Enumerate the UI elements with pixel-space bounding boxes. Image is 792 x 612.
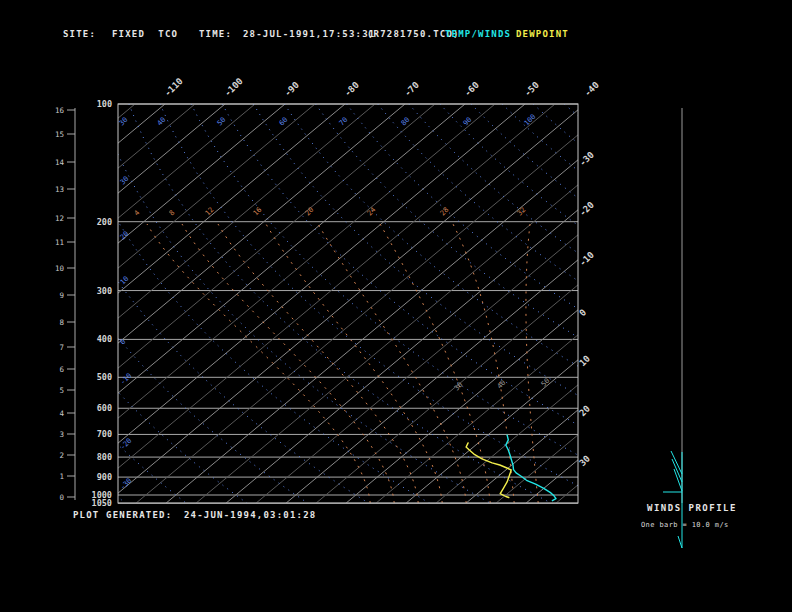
- temp-top-label: -60: [462, 80, 481, 99]
- dry-adiabat: [0, 104, 186, 503]
- moist-adiabat: [526, 224, 538, 503]
- isotherm-line: [0, 104, 45, 503]
- dry-adiabat-top-label: 40: [156, 116, 168, 128]
- dry-adiabat-top-label: 60: [278, 116, 290, 128]
- wind-profile: [663, 108, 682, 548]
- temp-top-label: -90: [282, 80, 301, 99]
- inner-gray-label: 40: [496, 379, 508, 391]
- moist-adiabat-label: 12: [204, 206, 216, 218]
- isotherm-line: [0, 104, 165, 503]
- height-tick-label: 8: [59, 318, 64, 327]
- isotherm-line: [406, 104, 792, 503]
- temp-right-label: 0: [577, 307, 588, 318]
- pressure-tick-label: 900: [97, 472, 112, 482]
- pressure-tick-label: 1050: [92, 498, 112, 508]
- pressure-tick-label: 600: [97, 403, 112, 413]
- isotherm-line: [166, 104, 645, 503]
- inner-gray-label: 30: [453, 381, 465, 393]
- dry-adiabat: [5, 104, 309, 503]
- isotherm-line: [496, 104, 792, 503]
- temp-right-label: 20: [577, 404, 592, 419]
- isotherm-line: [226, 104, 705, 503]
- dry-adiabat-left-label: 20: [119, 230, 131, 242]
- winds-barb-legend: One barb = 10.0 m/s: [641, 521, 729, 529]
- temp-winds-trace: [506, 435, 556, 501]
- isotherm-line: [256, 104, 735, 503]
- pressure-tick-label: 200: [97, 217, 112, 227]
- isotherm-line: [316, 104, 792, 503]
- height-tick-label: 12: [55, 214, 64, 223]
- dry-adiabat-top-label: 90: [462, 116, 474, 128]
- height-tick-label: 14: [55, 158, 65, 167]
- moist-adiabat-label: 24: [366, 206, 378, 218]
- dry-adiabat: [595, 104, 792, 503]
- moist-adiabat: [318, 224, 466, 503]
- moist-adiabat-label: 4: [133, 209, 142, 218]
- moist-adiabat-label: 28: [439, 206, 451, 218]
- temp-top-labels: -110-100-90-80-70-60-50-40: [162, 76, 601, 98]
- height-tick-label: 3: [59, 430, 64, 439]
- wind-barb: [678, 536, 682, 548]
- dry-adiabat: [471, 104, 792, 503]
- dewpoint-trace: [466, 443, 511, 498]
- temp-top-label: -110: [162, 76, 184, 98]
- isotherm-line: [0, 104, 15, 503]
- pressure-tick-label: 800: [97, 452, 112, 462]
- temp-top-label: -80: [342, 80, 361, 99]
- isotherm-line: [466, 104, 792, 503]
- isotherm-line: [526, 104, 792, 503]
- isotherm-line: [0, 104, 435, 503]
- height-axis: 161514131211109876543210: [55, 106, 75, 502]
- temp-right-label: 10: [577, 354, 592, 369]
- dry-adiabat-left-label: -30: [119, 477, 134, 492]
- dry-adiabat-lines: [0, 104, 792, 503]
- temp-right-label: 30: [577, 454, 592, 469]
- inner-gray-label: 50: [540, 377, 552, 389]
- moist-adiabat-labels: 48121620242832: [133, 206, 528, 218]
- height-tick-label: 16: [55, 106, 65, 115]
- dry-adiabat-top-label: 50: [216, 116, 228, 128]
- height-tick-label: 9: [59, 291, 64, 300]
- isotherm-line: [436, 104, 792, 503]
- dry-adiabat: [502, 104, 792, 503]
- dry-adiabat: [533, 104, 792, 503]
- temp-right-label: -10: [577, 250, 596, 269]
- height-tick-label: 11: [55, 238, 64, 247]
- isotherm-lines: [0, 104, 792, 503]
- isotherm-line: [0, 104, 285, 503]
- isotherm-line: [136, 104, 615, 503]
- dry-adiabat: [564, 104, 792, 503]
- dry-adiabat-top-label: 100: [523, 113, 538, 128]
- winds-profile-title: WINDS PROFILE: [647, 503, 737, 513]
- height-tick-label: 13: [55, 185, 64, 194]
- moist-adiabat-label: 8: [168, 209, 177, 218]
- height-tick-label: 1: [59, 472, 64, 481]
- height-tick-label: 7: [59, 343, 64, 352]
- dry-adiabat: [440, 104, 792, 503]
- height-tick-label: 0: [59, 493, 64, 502]
- plot-border: [118, 104, 578, 503]
- moist-adiabat: [266, 224, 442, 503]
- isotherm-line: [0, 104, 105, 503]
- height-tick-label: 6: [59, 365, 64, 374]
- pressure-tick-label: 500: [97, 372, 112, 382]
- isotherm-line: [286, 104, 765, 503]
- dry-adiabat-left-label: -10: [119, 372, 134, 387]
- temp-top-label: -50: [522, 80, 541, 99]
- dry-adiabat: [409, 104, 792, 503]
- temp-top-label: -100: [222, 76, 244, 98]
- height-tick-label: 10: [55, 264, 65, 273]
- dry-adiabat-top-label: 70: [338, 116, 350, 128]
- height-tick-label: 5: [59, 386, 64, 395]
- dry-adiabat: [160, 104, 612, 503]
- temp-top-label: -40: [582, 80, 601, 99]
- isotherm-line: [556, 104, 792, 503]
- temp-right-label: -20: [577, 200, 596, 219]
- isotherm-line: [0, 104, 135, 503]
- isotherm-line: [76, 104, 555, 503]
- isotherm-line: [586, 104, 792, 503]
- moist-adiabat-label: 20: [304, 206, 316, 218]
- isotherm-line: [0, 104, 345, 503]
- plot-generated-label: PLOT GENERATED:: [73, 510, 172, 520]
- isotherm-line: [0, 104, 225, 503]
